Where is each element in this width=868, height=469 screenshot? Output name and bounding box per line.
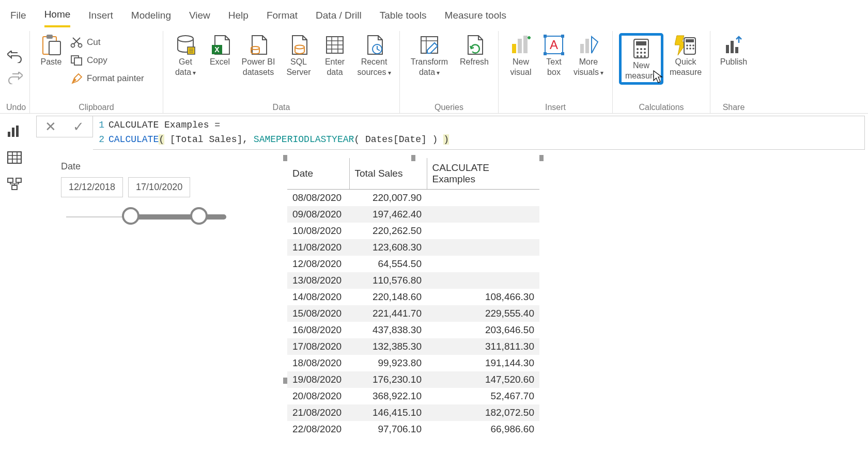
redo-icon[interactable]: [7, 72, 23, 86]
calculator-icon: [630, 38, 652, 59]
get-data-button[interactable]: Get data: [169, 33, 202, 77]
scissors-icon: [70, 37, 84, 48]
transform-data-button[interactable]: Transform data: [406, 33, 453, 77]
enter-data-icon: [324, 34, 346, 56]
tab-format[interactable]: Format: [267, 5, 298, 26]
new-measure-button[interactable]: New measure: [623, 37, 660, 81]
text-box-icon: A: [543, 34, 565, 56]
group-label-queries: Queries: [406, 103, 492, 113]
ribbon-group-clipboard: Paste Cut Copy Format painter Clipboard: [30, 31, 163, 113]
svg-point-31: [644, 48, 646, 50]
format-painter-button[interactable]: Format painter: [70, 71, 144, 86]
svg-rect-23: [561, 52, 564, 55]
enter-data-button[interactable]: Enter data: [319, 33, 351, 77]
svg-point-40: [686, 44, 688, 46]
svg-point-41: [689, 44, 691, 46]
svg-point-37: [644, 55, 646, 57]
refresh-button[interactable]: Refresh: [457, 33, 492, 67]
excel-icon: X: [209, 34, 231, 56]
copy-button[interactable]: Copy: [70, 53, 144, 68]
copy-icon: [70, 55, 84, 66]
ribbon-group-data: Get data X Excel Power BI datasets SQL S…: [163, 31, 400, 113]
svg-rect-1: [47, 35, 53, 39]
group-label-calculations: Calculations: [619, 103, 704, 113]
svg-rect-2: [49, 41, 60, 55]
svg-rect-6: [74, 58, 82, 65]
group-label-insert: Insert: [505, 103, 606, 113]
ribbon-group-insert: New visual A Text box More visuals Inser…: [499, 31, 613, 113]
svg-rect-28: [636, 41, 646, 45]
svg-rect-48: [735, 47, 738, 53]
new-visual-button[interactable]: New visual: [505, 33, 537, 77]
tab-view[interactable]: View: [189, 5, 210, 26]
svg-rect-16: [512, 44, 516, 53]
svg-rect-46: [726, 45, 729, 53]
sql-icon: [288, 34, 309, 56]
paste-icon: [40, 34, 62, 56]
svg-point-45: [692, 48, 694, 50]
tab-table-tools[interactable]: Table tools: [380, 5, 427, 26]
svg-point-35: [637, 55, 639, 57]
refresh-icon: [463, 34, 485, 56]
svg-rect-20: [544, 35, 547, 38]
svg-rect-22: [544, 52, 547, 55]
undo-icon[interactable]: [7, 51, 23, 65]
svg-point-36: [640, 55, 642, 57]
svg-rect-15: [421, 37, 438, 53]
new-visual-icon: [510, 34, 532, 56]
svg-rect-17: [518, 39, 522, 53]
svg-point-32: [637, 52, 639, 54]
svg-text:X: X: [214, 45, 220, 54]
ribbon-group-calculations: New measure Quick measure Calculations: [613, 31, 710, 113]
recent-icon: [363, 34, 385, 56]
more-visuals-button[interactable]: More visuals: [571, 33, 606, 77]
svg-text:A: A: [550, 38, 558, 52]
svg-rect-39: [686, 39, 694, 42]
tab-help[interactable]: Help: [228, 5, 249, 26]
powerbi-datasets-icon: [247, 34, 269, 56]
quick-measure-button[interactable]: Quick measure: [668, 33, 704, 77]
powerbi-datasets-button[interactable]: Power BI datasets: [238, 33, 278, 77]
sql-server-button[interactable]: SQL Server: [283, 33, 315, 77]
text-box-button[interactable]: A Text box: [541, 33, 567, 77]
svg-point-4: [79, 44, 82, 48]
svg-rect-21: [561, 35, 564, 38]
svg-point-12: [295, 45, 304, 49]
svg-point-44: [689, 48, 691, 50]
tab-measure-tools[interactable]: Measure tools: [445, 5, 506, 26]
recent-sources-button[interactable]: Recent sources: [355, 33, 393, 77]
svg-point-33: [640, 52, 642, 54]
svg-rect-25: [580, 44, 584, 53]
tab-home[interactable]: Home: [44, 4, 71, 27]
svg-point-30: [640, 48, 642, 50]
group-label-data: Data: [169, 103, 393, 113]
group-label-clipboard: Clipboard: [36, 103, 157, 113]
tab-file[interactable]: File: [10, 5, 26, 26]
svg-point-34: [644, 52, 646, 54]
new-measure-highlight: New measure: [619, 33, 663, 85]
svg-rect-26: [585, 39, 589, 53]
svg-rect-18: [523, 36, 528, 53]
publish-icon: [723, 34, 745, 56]
ribbon-group-share: Publish Share: [710, 31, 757, 113]
ribbon-tab-bar: FileHomeInsertModelingViewHelpFormatData…: [0, 0, 868, 31]
database-icon: [175, 34, 196, 56]
quick-measure-icon: [675, 34, 696, 56]
svg-point-43: [686, 48, 688, 50]
group-label-undo: Undo: [6, 103, 23, 113]
paintbrush-icon: [70, 73, 84, 84]
excel-button[interactable]: X Excel: [206, 33, 234, 67]
tab-modeling[interactable]: Modeling: [131, 5, 171, 26]
svg-point-7: [178, 36, 193, 42]
svg-point-42: [692, 44, 694, 46]
tab-insert[interactable]: Insert: [88, 5, 113, 26]
publish-button[interactable]: Publish: [717, 33, 751, 67]
more-visuals-icon: [578, 34, 599, 56]
cut-button[interactable]: Cut: [70, 35, 144, 50]
svg-point-3: [71, 44, 75, 48]
tab-data-drill[interactable]: Data / Drill: [316, 5, 362, 26]
group-label-share: Share: [717, 103, 751, 113]
ribbon-group-undo: Undo: [0, 31, 30, 113]
ribbon-group-queries: Transform data Refresh Queries: [400, 31, 499, 113]
paste-button[interactable]: Paste: [36, 33, 66, 67]
